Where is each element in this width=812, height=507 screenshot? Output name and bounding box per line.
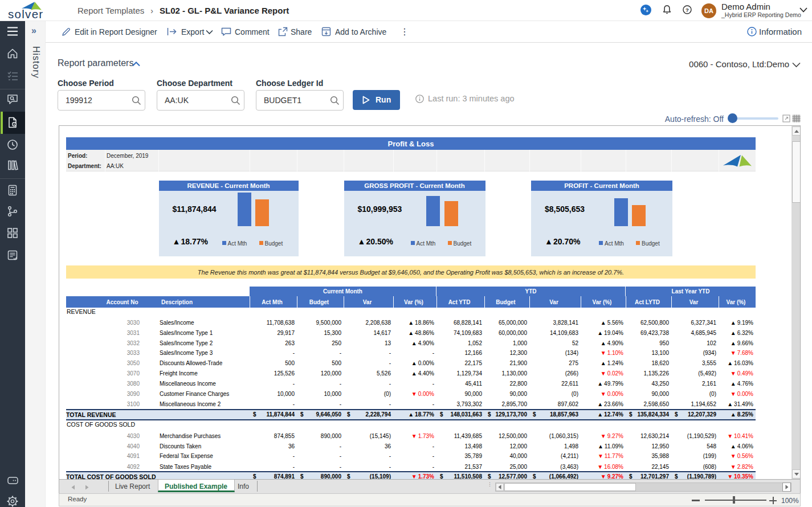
svg-text:solver: solver xyxy=(8,7,43,21)
svg-text:?: ? xyxy=(685,7,689,13)
